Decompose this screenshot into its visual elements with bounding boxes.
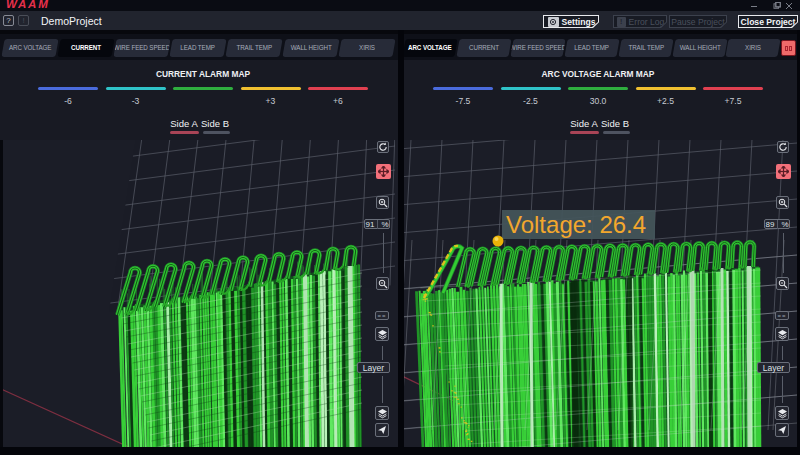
svg-text:Voltage: 26.4: Voltage: 26.4 bbox=[506, 211, 646, 238]
